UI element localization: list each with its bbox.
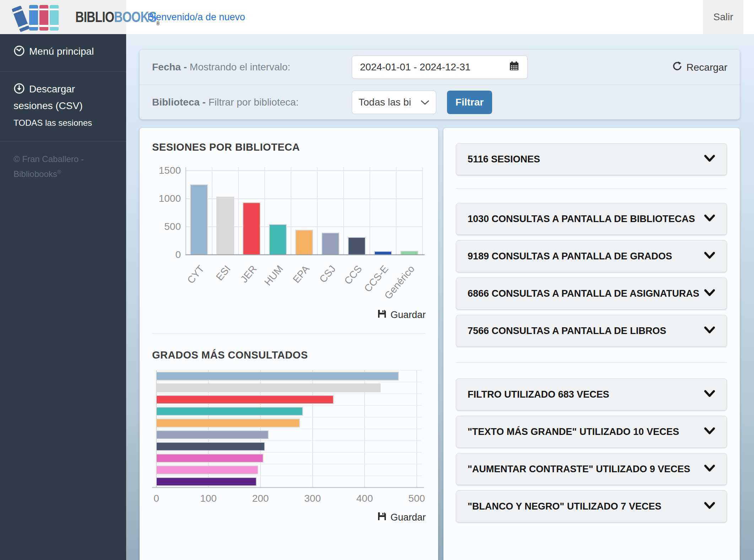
chevron-down-icon: [704, 288, 715, 299]
date-label-rest: Mostrando el intervalo:: [190, 61, 290, 72]
accordion-subject-queries[interactable]: 6866 CONSULTAS A PANTALLA DE ASIGNATURAS: [456, 278, 727, 309]
sidebar-item-label: Menú principal: [29, 46, 94, 57]
svg-text:500: 500: [164, 221, 181, 232]
hbar-6: [156, 431, 268, 439]
library-label-rest: Filtrar por biblioteca:: [209, 97, 299, 108]
book-spine: [29, 5, 38, 31]
svg-text:100: 100: [200, 493, 217, 504]
accordion-label: "BLANCO Y NEGRO" UTILIZADO 7 VECES: [468, 501, 661, 512]
sidebar-item-main-menu[interactable]: Menú principal: [0, 34, 126, 71]
svg-text:400: 400: [356, 493, 373, 504]
bar-CCS: [348, 237, 365, 255]
chevron-down-icon: [704, 154, 715, 165]
save-icon: [377, 511, 387, 524]
hbar-5: [156, 419, 300, 427]
dashboard-gauge-icon: [14, 45, 25, 61]
svg-text:1000: 1000: [159, 193, 181, 204]
bar-ESI: [217, 197, 234, 255]
charts-divider: [152, 333, 426, 334]
svg-text:500: 500: [408, 493, 425, 504]
chevron-down-icon: [704, 325, 715, 336]
hbar-9: [156, 466, 258, 474]
accordion-label: "AUMENTAR CONTRASTE" UTILIZADO 9 VECES: [468, 464, 690, 475]
reload-button[interactable]: Recargar: [672, 60, 727, 74]
most-consulted-degrees-chart: 0100200300400500: [152, 367, 426, 511]
date-label-bold: Fecha -: [152, 61, 187, 72]
library-select-value: Todas las bi: [359, 97, 411, 108]
reload-label: Recargar: [686, 62, 727, 73]
brand-primary: BIBLIO: [75, 9, 114, 25]
bar-HUM: [269, 225, 286, 255]
x-tick-label: JER: [238, 263, 259, 285]
x-tick-label: CCS: [342, 263, 364, 286]
stats-divider: [456, 188, 727, 189]
hbar-8: [156, 454, 263, 462]
bar-EPA: [296, 230, 313, 255]
accordion-sessions[interactable]: 5116 SESIONES: [456, 143, 727, 175]
filter-button[interactable]: Filtrar: [447, 91, 492, 114]
bar-Genérico: [401, 251, 418, 255]
calendar-icon[interactable]: [509, 61, 519, 74]
chevron-down-icon: [704, 426, 715, 437]
svg-text:200: 200: [252, 493, 269, 504]
accordion-label: 7566 CONSULTAS A PANTALLA DE LIBROS: [468, 325, 666, 336]
sessions-by-library-chart: 050010001500CYTESIJERHUMEPACSJCCSCCS-EGe…: [152, 159, 426, 308]
logo-block: BIBLIOBOOKS®: [0, 0, 126, 34]
accordion-larger-text-usage[interactable]: "TEXTO MÁS GRANDE" UTILIZADO 10 VECES: [456, 416, 727, 448]
book-spine: [50, 5, 59, 31]
library-filter-row: Biblioteca - Filtrar por biblioteca: Tod…: [140, 85, 740, 119]
bibliobooks-dashboard: BIBLIOBOOKS® Bienvenido/a de nuevo Salir…: [0, 0, 754, 560]
copyright-text: © Fran Caballero - Bibliobooks®: [0, 141, 126, 192]
x-tick-label: HUM: [262, 263, 285, 288]
save-chart-2-button[interactable]: Guardar: [152, 511, 426, 524]
sidebar: Menú principal Descargar sesiones (CSV) …: [0, 34, 126, 560]
chevron-down-icon: [704, 464, 715, 475]
chevron-down-icon: [704, 389, 715, 400]
accordion-label: 1030 CONSULTAS A PANTALLA DE BIBLIOTECAS: [468, 214, 695, 225]
chevron-down-icon: [704, 251, 715, 262]
bar-CSJ: [322, 233, 339, 255]
hbar-7: [156, 442, 265, 451]
accordion-degree-queries[interactable]: 9189 CONSULTAS A PANTALLA DE GRADOS: [456, 240, 727, 272]
sidebar-item-download-sessions[interactable]: Descargar sesiones (CSV) TODAS las sesio…: [0, 72, 126, 141]
copyright-line2: Bibliobooks: [14, 169, 57, 179]
accordion-library-queries[interactable]: 1030 CONSULTAS A PANTALLA DE BIBLIOTECAS: [456, 203, 727, 235]
welcome-link[interactable]: Bienvenido/a de nuevo: [147, 12, 245, 23]
bar-CCS-E: [375, 252, 392, 255]
save-chart-1-button[interactable]: Guardar: [152, 309, 426, 321]
charts-panel: SESIONES POR BIBLIOTECA 050010001500CYTE…: [140, 128, 438, 560]
save-label: Guardar: [391, 512, 426, 523]
accordion-label: 6866 CONSULTAS A PANTALLA DE ASIGNATURAS: [468, 288, 699, 299]
library-filter-label: Biblioteca - Filtrar por biblioteca:: [152, 97, 298, 108]
svg-text:0: 0: [175, 249, 181, 260]
accordion-label: 5116 SESIONES: [468, 154, 540, 165]
accordion-book-queries[interactable]: 7566 CONSULTAS A PANTALLA DE LIBROS: [456, 315, 727, 347]
accordion-filter-usage[interactable]: FILTRO UTILIZADO 683 VECES: [456, 378, 727, 410]
date-range-input[interactable]: 2024-01-01 - 2024-12-31: [352, 55, 528, 79]
accordion-black-white-usage[interactable]: "BLANCO Y NEGRO" UTILIZADO 7 VECES: [456, 490, 727, 522]
chart-title-degrees: GRADOS MÁS CONSULTADOS: [152, 349, 426, 361]
stats-panel: 5116 SESIONES 1030 CONSULTAS A PANTALLA …: [443, 128, 740, 560]
bar-JER: [243, 203, 260, 255]
accordion-contrast-usage[interactable]: "AUMENTAR CONTRASTE" UTILIZADO 9 VECES: [456, 453, 727, 485]
logout-button[interactable]: Salir: [703, 0, 743, 34]
hbar-10: [156, 478, 256, 486]
svg-text:1500: 1500: [159, 165, 181, 176]
book-spine: [39, 5, 48, 31]
save-icon: [377, 309, 387, 321]
x-tick-label: EPA: [291, 263, 312, 285]
book-spine: [11, 5, 29, 32]
x-tick-label: CYT: [185, 263, 206, 286]
x-tick-label: CSJ: [317, 263, 338, 285]
library-select[interactable]: Todas las bi: [352, 91, 436, 114]
filter-panel: Fecha - Mostrando el intervalo: 2024-01-…: [140, 50, 740, 119]
hbar-2: [156, 384, 380, 392]
accordion-label: "TEXTO MÁS GRANDE" UTILIZADO 10 VECES: [468, 426, 679, 437]
download-circle-icon: [14, 83, 25, 98]
refresh-icon: [672, 60, 683, 74]
svg-text:300: 300: [304, 493, 321, 504]
date-filter-label: Fecha - Mostrando el intervalo:: [152, 61, 290, 73]
svg-text:0: 0: [154, 493, 159, 504]
sidebar-subitem-all-sessions[interactable]: TODAS las sesiones: [14, 115, 113, 130]
registered-mark: ®: [57, 169, 61, 175]
